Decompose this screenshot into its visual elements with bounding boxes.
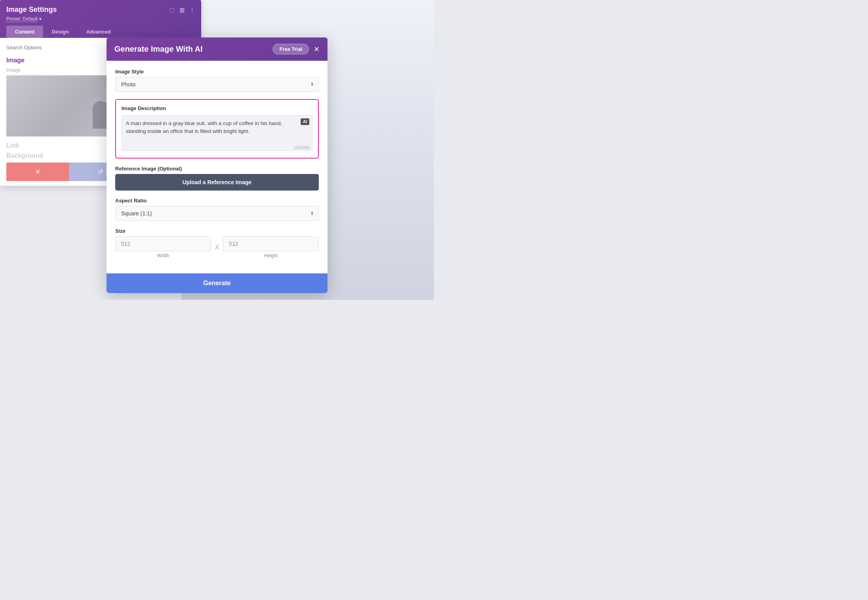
width-input-wrap: Width [115, 236, 211, 258]
reference-image-group: Reference Image (Optional) Upload a Refe… [115, 166, 319, 191]
more-icon[interactable]: ⋮ [189, 7, 195, 13]
image-style-select[interactable]: Photo [115, 77, 319, 92]
size-label: Size [115, 228, 319, 234]
tab-advanced[interactable]: Advanced [77, 26, 119, 38]
height-input-wrap: Height [223, 236, 319, 258]
image-style-label: Image Style [115, 69, 319, 75]
panel-tabs: Content Design Advanced [6, 26, 195, 38]
modal-header: Generate Image With AI Free Trial ✕ [107, 37, 327, 61]
expand-icon[interactable]: ⬚ [170, 7, 175, 13]
width-input[interactable] [115, 236, 211, 251]
modal-header-right: Free Trial ✕ [273, 44, 320, 54]
cancel-button[interactable]: ✕ [6, 163, 69, 181]
aspect-ratio-select[interactable]: Square (1:1) [115, 206, 319, 221]
description-label: Image Description [122, 105, 312, 111]
aspect-ratio-label: Aspect Ratio [115, 198, 319, 204]
description-textarea-wrapper: A man dressed in a gray blue suit, with … [122, 115, 312, 152]
char-count: 128/200 [294, 145, 309, 150]
height-label: Height [264, 253, 278, 258]
generate-image-modal: Generate Image With AI Free Trial ✕ Imag… [107, 37, 327, 293]
free-trial-badge[interactable]: Free Trial [273, 44, 309, 54]
tab-design[interactable]: Design [43, 26, 77, 38]
image-style-select-wrapper: Photo ⬍ [115, 77, 319, 92]
image-style-group: Image Style Photo ⬍ [115, 69, 319, 92]
reference-image-label: Reference Image (Optional) [115, 166, 319, 172]
size-x-separator: X [215, 244, 219, 251]
ai-badge: AI [301, 118, 309, 125]
generate-button[interactable]: Generate [107, 273, 327, 293]
modal-title: Generate Image With AI [114, 45, 203, 54]
aspect-ratio-group: Aspect Ratio Square (1:1) ⬍ [115, 198, 319, 221]
modal-body: Image Style Photo ⬍ Image Description A … [107, 61, 327, 273]
preset-label[interactable]: Preset: Default ▾ [6, 16, 195, 22]
panel-icons: ⬚ ▥ ⋮ [170, 7, 195, 13]
width-label: Width [157, 253, 169, 258]
image-description-group: Image Description A man dressed in a gra… [115, 99, 319, 159]
tab-content[interactable]: Content [6, 26, 43, 38]
description-textarea[interactable]: A man dressed in a gray blue suit, with … [122, 115, 312, 151]
size-row: Width X Height [115, 236, 319, 258]
columns-icon[interactable]: ▥ [180, 7, 185, 13]
close-button[interactable]: ✕ [314, 46, 320, 53]
figure-shape [93, 101, 108, 129]
aspect-ratio-select-wrapper: Square (1:1) ⬍ [115, 206, 319, 221]
panel-title: Image Settings [6, 6, 57, 14]
upload-reference-button[interactable]: Upload a Reference Image [115, 174, 319, 191]
panel-header: Image Settings ⬚ ▥ ⋮ Preset: Default ▾ C… [0, 0, 201, 38]
height-input[interactable] [223, 236, 319, 251]
size-group: Size Width X Height [115, 228, 319, 258]
